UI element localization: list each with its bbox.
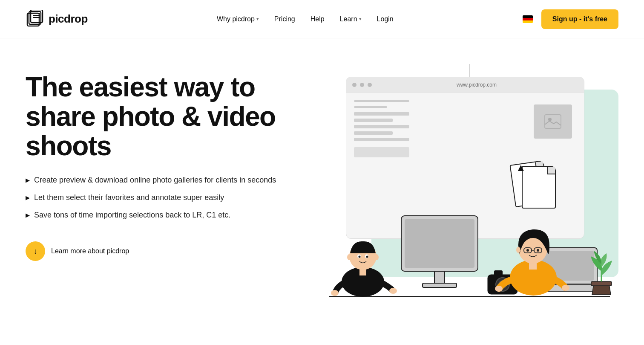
sidebar-block xyxy=(354,112,409,116)
browser-dot-3 xyxy=(368,83,372,87)
logo-text: picdrop xyxy=(49,12,88,26)
browser-dot-1 xyxy=(352,83,356,87)
svg-point-7 xyxy=(548,118,552,121)
svg-rect-42 xyxy=(591,281,612,286)
svg-point-12 xyxy=(359,256,361,258)
nav-links: Why picdrop ▾ Pricing Help Learn ▾ Login xyxy=(217,15,394,23)
down-arrow-circle: ↓ xyxy=(26,241,45,261)
bullet-arrow-icon: ▶ xyxy=(26,211,30,220)
person-left-illustration xyxy=(325,216,401,297)
cursor-icon: ▲ xyxy=(516,162,526,174)
svg-point-13 xyxy=(366,256,368,258)
sidebar-block xyxy=(354,125,409,128)
svg-rect-22 xyxy=(423,283,457,287)
sidebar-block xyxy=(354,131,393,135)
signup-button[interactable]: Sign up - it's free xyxy=(541,9,618,29)
plant-illustration xyxy=(584,246,618,297)
chevron-down-icon: ▾ xyxy=(359,16,362,22)
svg-rect-6 xyxy=(545,115,561,128)
svg-point-38 xyxy=(495,286,503,292)
sidebar-line xyxy=(354,106,387,108)
sidebar-block xyxy=(354,138,409,141)
svg-point-37 xyxy=(516,247,520,253)
nav-right: Sign up - it's free xyxy=(523,9,618,29)
browser-url: www.picdrop.com xyxy=(380,82,574,88)
bullet-1: ▶ Create preview & download online photo… xyxy=(26,174,281,186)
svg-rect-20 xyxy=(405,219,474,268)
svg-point-14 xyxy=(347,254,351,260)
navbar: picdrop Why picdrop ▾ Pricing Help Learn… xyxy=(0,0,644,38)
chevron-down-icon: ▾ xyxy=(256,16,259,22)
sidebar-line xyxy=(354,100,409,102)
hero-section: The easiest way to share photo & video s… xyxy=(0,38,644,345)
bullet-arrow-icon: ▶ xyxy=(26,176,30,185)
nav-pricing[interactable]: Pricing xyxy=(274,15,295,23)
file-paper-front xyxy=(522,166,556,209)
photo-icon xyxy=(544,114,561,129)
nav-why-picdrop[interactable]: Why picdrop ▾ xyxy=(217,15,259,23)
person-right-illustration xyxy=(491,203,576,297)
svg-point-18 xyxy=(389,288,397,294)
hero-bullets: ▶ Create preview & download online photo… xyxy=(26,174,281,221)
logo-icon xyxy=(26,10,44,29)
learn-more-button[interactable]: ↓ Learn more about picdrop xyxy=(26,241,281,261)
hero-illustration: www.picdrop.com xyxy=(320,64,618,328)
bullet-arrow-icon: ▶ xyxy=(26,194,30,202)
hero-content: The easiest way to share photo & video s… xyxy=(26,64,281,261)
svg-point-36 xyxy=(537,249,539,252)
logo-link[interactable]: picdrop xyxy=(26,10,88,29)
svg-point-35 xyxy=(526,249,529,252)
nav-login[interactable]: Login xyxy=(377,15,394,23)
learn-more-label: Learn more about picdrop xyxy=(51,247,129,255)
bullet-3: ▶ Save tons of time importing selections… xyxy=(26,209,281,221)
svg-point-39 xyxy=(562,285,569,291)
nav-learn[interactable]: Learn ▾ xyxy=(340,15,362,23)
sidebar-block xyxy=(354,119,393,122)
language-flag-de[interactable] xyxy=(523,15,533,23)
down-arrow-icon: ↓ xyxy=(34,247,37,256)
monitor-illustration xyxy=(397,212,482,297)
svg-point-17 xyxy=(331,290,339,296)
svg-rect-21 xyxy=(434,271,445,284)
nav-help[interactable]: Help xyxy=(310,15,325,23)
browser-bar: www.picdrop.com xyxy=(346,77,584,93)
image-placeholder xyxy=(534,104,572,139)
browser-dot-2 xyxy=(360,83,364,87)
svg-rect-16 xyxy=(359,269,366,275)
sidebar-box xyxy=(354,147,409,157)
svg-point-15 xyxy=(374,254,379,260)
hero-title: The easiest way to share photo & video s… xyxy=(26,72,281,161)
bullet-2: ▶ Let them select their favorites and an… xyxy=(26,192,281,203)
